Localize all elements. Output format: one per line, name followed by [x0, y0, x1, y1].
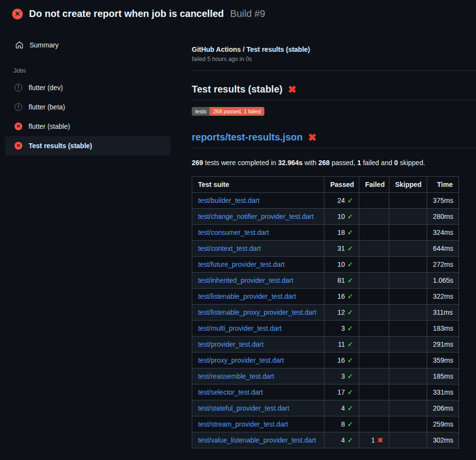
passed-count: 18 [338, 229, 345, 236]
section-heading-label: Test results (stable) [192, 84, 282, 95]
suite-cell: test/stateful_provider_test.dart [192, 400, 324, 416]
suite-link[interactable]: test/selector_test.dart [198, 388, 263, 396]
suite-link[interactable]: test/future_provider_test.dart [198, 261, 285, 268]
time-cell: 644ms [427, 241, 459, 257]
check-icon: ✓ [347, 308, 353, 316]
suite-link[interactable]: test/inherited_provider_test.dart [198, 276, 293, 284]
suite-cell: test/change_notifier_provider_test.dart [192, 209, 324, 225]
jobs-heading: Jobs [5, 67, 170, 74]
passed-cell: 3✓ [324, 368, 359, 384]
passed-cell: 11✓ [324, 337, 359, 353]
table-row: test/change_notifier_provider_test.dart1… [192, 209, 459, 225]
suite-cell: test/context_test.dart [192, 241, 324, 257]
failed-cell [359, 368, 389, 384]
passed-count: 4 [341, 404, 345, 412]
results-table-body: test/builder_test.dart24✓375mstest/chang… [192, 193, 459, 448]
passed-count: 17 [338, 388, 345, 396]
skipped-cell [389, 384, 427, 400]
suite-cell: test/builder_test.dart [192, 193, 324, 209]
failed-cell [359, 305, 389, 321]
failed-cell [359, 289, 389, 305]
suite-link[interactable]: test/context_test.dart [198, 245, 261, 252]
passed-cell: 17✓ [324, 384, 359, 400]
header-divider [192, 70, 476, 71]
column-header: Skipped [389, 177, 427, 193]
summary-fragment: tests were completed in [203, 159, 278, 167]
failed-count: 1 [371, 436, 375, 444]
skipped-cell [389, 209, 427, 225]
breadcrumb: GitHub Actions / Test results (stable) [192, 46, 476, 53]
tests-badge-value: 268 passed, 1 failed [210, 107, 264, 116]
table-row: test/provider_test.dart11✓291ms [192, 337, 459, 353]
skipped-cell [389, 416, 427, 432]
suite-link[interactable]: test/value_listenable_provider_test.dart [198, 436, 316, 444]
table-row: test/listenable_proxy_provider_test.dart… [192, 305, 459, 321]
suite-link[interactable]: test/change_notifier_provider_test.dart [198, 213, 314, 220]
passed-count: 11 [338, 340, 345, 348]
skipped-cell [389, 289, 427, 305]
sidebar-summary-label: Summary [30, 41, 59, 49]
suite-link[interactable]: test/builder_test.dart [198, 197, 260, 204]
passed-count: 3 [341, 324, 345, 332]
check-icon: ✓ [347, 356, 353, 364]
summary-fragment: 0 [394, 159, 398, 167]
column-header: Test suite [192, 177, 324, 193]
run-status-text: failed 5 hours ago in 0s [192, 56, 476, 62]
sidebar-item-job[interactable]: ✕Test results (stable) [5, 136, 170, 155]
check-icon: ✓ [347, 372, 353, 380]
suite-link[interactable]: test/listenable_provider_test.dart [198, 292, 296, 300]
suite-link[interactable]: test/stateful_provider_test.dart [198, 404, 289, 412]
passed-cell: 8✓ [324, 416, 359, 432]
report-heading-link[interactable]: reports/test-results.json [192, 132, 303, 143]
failed-cell [359, 384, 389, 400]
suite-link[interactable]: test/consumer_test.dart [198, 229, 269, 236]
sidebar-item-job[interactable]: !flutter (dev) [5, 78, 170, 97]
table-row: test/future_provider_test.dart10✓272ms [192, 257, 459, 273]
column-header: Failed [359, 177, 389, 193]
suite-link[interactable]: test/stream_provider_test.dart [198, 420, 288, 428]
failed-cell [359, 273, 389, 289]
passed-cell: 18✓ [324, 225, 359, 241]
failed-cell [359, 209, 389, 225]
passed-count: 4 [341, 436, 345, 444]
time-cell: 311ms [427, 305, 459, 321]
check-icon: ✓ [347, 436, 353, 444]
passed-cell: 12✓ [324, 305, 359, 321]
suite-cell: test/listenable_provider_test.dart [192, 289, 324, 305]
passed-count: 8 [341, 420, 345, 428]
suite-link[interactable]: test/provider_test.dart [198, 340, 263, 348]
main-content: GitHub Actions / Test results (stable) f… [192, 39, 476, 448]
summary-fragment: with [303, 159, 319, 167]
suite-link[interactable]: test/reassemble_test.dart [198, 372, 274, 380]
suite-link[interactable]: test/listenable_proxy_provider_test.dart [198, 308, 316, 316]
table-row: test/stream_provider_test.dart8✓259ms [192, 416, 459, 432]
check-icon: ✓ [347, 388, 353, 396]
failed-cell [359, 416, 389, 432]
sidebar-item-summary[interactable]: Summary [5, 39, 170, 51]
time-cell: 280ms [427, 209, 459, 225]
section-heading: Test results (stable) ✖ [192, 84, 476, 100]
job-label: Test results (stable) [29, 142, 92, 150]
suite-link[interactable]: test/multi_provider_test.dart [198, 324, 282, 332]
time-cell: 291ms [427, 337, 459, 353]
suite-cell: test/reassemble_test.dart [192, 368, 324, 384]
check-icon: ✓ [347, 292, 353, 300]
sidebar-item-job[interactable]: ✕flutter (stable) [5, 117, 170, 136]
failed-cell [359, 337, 389, 353]
sidebar-item-job[interactable]: !flutter (beta) [5, 97, 170, 117]
x-icon: ✖ [377, 436, 383, 444]
suite-link[interactable]: test/proxy_provider_test.dart [198, 356, 284, 364]
table-row: test/value_listenable_provider_test.dart… [192, 432, 459, 448]
failed-x-icon: ✖ [308, 132, 317, 142]
skipped-cell [389, 257, 427, 273]
failed-cell [359, 400, 389, 416]
column-header: Time [427, 177, 459, 193]
passed-count: 12 [338, 308, 345, 316]
check-icon: ✓ [347, 213, 353, 220]
tests-badge: tests 268 passed, 1 failed [192, 107, 264, 116]
sidebar: Summary Jobs !flutter (dev)!flutter (bet… [5, 29, 170, 155]
passed-cell: 4✓ [324, 432, 359, 448]
time-cell: 359ms [427, 353, 459, 368]
failed-cell [359, 225, 389, 241]
summary-fragment: passed, [330, 159, 357, 167]
